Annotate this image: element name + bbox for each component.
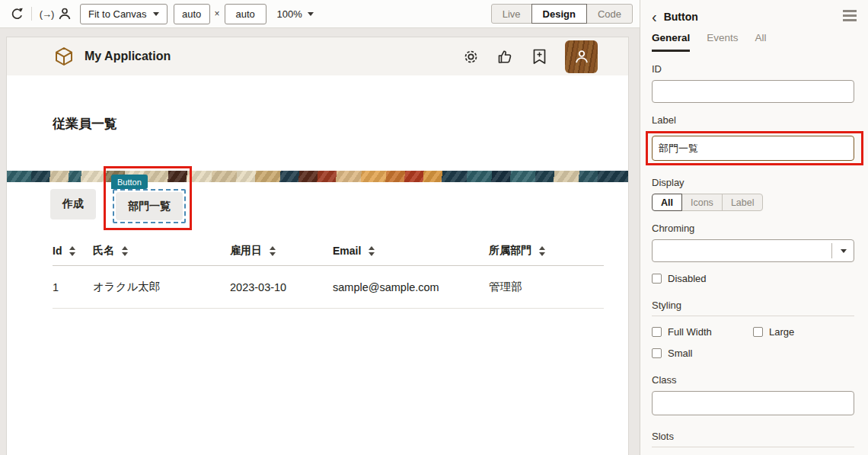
column-header-department[interactable]: 所属部門 [489,237,604,266]
id-field-label: ID [652,63,854,75]
column-header-email[interactable]: Email [333,237,489,266]
back-chevron-icon[interactable]: ‹ [652,10,657,24]
disabled-checkbox-row[interactable]: Disabled [652,273,854,284]
display-icons-option[interactable]: Icons [681,194,723,211]
small-checkbox[interactable] [652,348,662,358]
tab-all[interactable]: All [755,32,767,52]
page-title: 従業員一覧 [53,115,628,133]
display-all-option[interactable]: All [652,194,682,211]
canvas-height-input[interactable] [225,4,266,24]
panel-menu-icon[interactable] [843,10,857,24]
display-label-option[interactable]: Label [722,194,764,211]
table-row[interactable]: 1 オラクル太郎 2023-03-10 sample@sample.com 管理… [53,266,604,309]
properties-panel: ‹ Button General Events All ID Label Dis… [640,0,868,455]
canvas-area: My Application [0,28,640,455]
refresh-icon[interactable] [8,5,26,23]
designer-workspace: (→) Fit to Canvas × 100% Live Design Cod… [0,0,640,455]
large-checkbox-row[interactable]: Large [753,326,854,338]
label-input[interactable] [652,136,854,161]
annotation-rect-panel [646,131,863,165]
slots-section-title: Slots [652,431,854,447]
selection-tag: Button [111,175,148,189]
cell-email: sample@sample.com [333,266,489,309]
sort-icon[interactable] [369,246,375,256]
employee-table: Id 氏名 雇用日 Email 所属部門 1 オラクル太郎 2023-03-10 [53,237,604,309]
page-buttons-row: 作成 Button 部門一覧 [7,189,628,224]
app-header-icons [462,40,598,73]
mode-live-button[interactable]: Live [491,4,532,24]
fit-to-canvas-dropdown[interactable]: Fit to Canvas [80,4,168,24]
selected-component-wrapper: Button 部門一覧 [113,189,186,223]
tab-general[interactable]: General [652,32,690,52]
chroming-select[interactable] [652,239,854,262]
display-field-label: Display [652,177,854,188]
mode-design-button[interactable]: Design [531,4,587,24]
canvas-width-input[interactable] [174,4,210,24]
editor-mode-switcher: Live Design Code [491,4,633,24]
large-checkbox[interactable] [753,327,763,337]
design-canvas[interactable]: My Application [6,37,629,455]
toolbar-divider [31,7,32,21]
column-header-hiredate[interactable]: 雇用日 [230,237,333,266]
app-title: My Application [85,50,171,63]
cell-hiredate: 2023-03-10 [230,266,333,309]
column-header-id[interactable]: Id [53,237,93,266]
column-header-name[interactable]: 氏名 [93,237,230,266]
id-input[interactable] [652,80,854,103]
responsive-range-icon[interactable]: (→) [37,5,56,23]
cube-logo-icon [54,46,74,66]
large-label: Large [769,326,794,338]
user-avatar[interactable] [565,40,598,73]
select-divider [831,243,832,258]
app-brand: My Application [54,46,171,66]
fit-to-canvas-label: Fit to Canvas [88,8,147,20]
cell-name: オラクル太郎 [93,266,230,309]
class-input[interactable] [652,391,854,415]
chevron-down-icon [308,12,314,16]
create-button[interactable]: 作成 [50,189,96,219]
chevron-down-icon [841,249,847,253]
full-width-checkbox-row[interactable]: Full Width [652,326,753,338]
panel-tabs: General Events All [652,32,854,52]
class-field-label: Class [652,374,854,386]
sort-icon[interactable] [539,246,545,256]
dimension-times-label: × [215,8,220,19]
canvas-toolbar: (→) Fit to Canvas × 100% Live Design Cod… [0,0,640,28]
zoom-dropdown[interactable]: 100% [277,8,314,20]
cell-department: 管理部 [489,266,604,309]
label-field-label: Label [652,114,854,126]
user-preview-icon[interactable] [56,5,74,23]
zoom-value: 100% [277,8,302,20]
sort-icon[interactable] [122,246,128,256]
app-header: My Application [7,37,628,75]
styling-section-title: Styling [652,300,854,316]
styling-checkbox-grid: Full Width Small Large [652,316,854,359]
sort-icon[interactable] [270,246,276,256]
full-width-checkbox[interactable] [652,327,662,337]
disabled-label: Disabled [668,273,707,284]
panel-title: Button [664,11,698,23]
app-root: (→) Fit to Canvas × 100% Live Design Cod… [0,0,868,455]
chevron-down-icon [153,12,159,16]
small-label: Small [668,348,693,359]
small-checkbox-row[interactable]: Small [652,348,753,359]
tab-events[interactable]: Events [707,32,738,52]
cell-id: 1 [53,266,93,309]
decorative-banner [7,171,628,182]
department-list-button[interactable]: 部門一覧 [116,192,183,220]
disabled-checkbox[interactable] [652,274,662,284]
display-segmented-control: All Icons Label [652,194,854,211]
sort-icon[interactable] [69,246,75,256]
thumbs-up-icon[interactable] [496,48,513,65]
chroming-field-label: Chroming [652,223,854,234]
full-width-label: Full Width [668,326,712,338]
table-header-row: Id 氏名 雇用日 Email 所属部門 [53,237,604,266]
mode-code-button[interactable]: Code [586,4,633,24]
settings-gear-icon[interactable] [462,48,479,65]
bookmark-add-icon[interactable] [531,48,547,65]
selection-outline: 部門一覧 [113,189,186,223]
person-icon [573,48,590,65]
panel-header: ‹ Button [652,0,854,24]
